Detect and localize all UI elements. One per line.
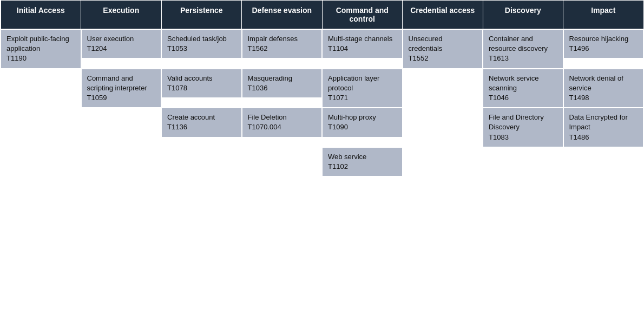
column-header-impact: Impact (563, 1, 644, 30)
cell-initial-access-row0: Exploit public-facing application T1190 (1, 29, 81, 69)
cell-impact-row2: Data Encrypted for Impact T1486 (563, 108, 644, 147)
cell-persistence-row3 (161, 147, 242, 176)
technique-item[interactable]: Data Encrypted for Impact T1486 (564, 108, 643, 147)
technique-item[interactable]: File and Directory Discovery T1083 (483, 108, 563, 147)
technique-item[interactable]: Scheduled task/job T1053 (162, 30, 241, 58)
cell-credential-access-row0: Unsecured credentials T1552 (403, 29, 483, 69)
cell-discovery-row0: Container and resource discovery T1613 (483, 29, 563, 69)
cell-persistence-row0: Scheduled task/job T1053 (161, 29, 242, 69)
cell-command-control-row1: Application layer protocol T1071 (322, 69, 403, 108)
mitre-attack-matrix: Initial AccessExecutionPersistenceDefens… (0, 0, 644, 177)
technique-item[interactable]: Unsecured credentials T1552 (403, 30, 483, 68)
cell-command-control-row0: Multi-stage channels T1104 (322, 29, 403, 69)
cell-defense-evasion-row0: Impair defenses T1562 (242, 29, 323, 69)
technique-item[interactable]: Container and resource discovery T1613 (483, 30, 563, 68)
cell-persistence-row2: Create account T1136 (161, 108, 242, 147)
cell-impact-row0: Resource hijacking T1496 (563, 29, 644, 69)
column-header-initial-access: Initial Access (1, 1, 81, 30)
technique-item[interactable]: Create account T1136 (162, 108, 241, 136)
cell-persistence-row1: Valid accounts T1078 (161, 69, 242, 108)
cell-initial-access-row1 (1, 69, 81, 108)
technique-item[interactable]: Impair defenses T1562 (242, 30, 322, 58)
cell-command-control-row3: Web service T1102 (322, 147, 403, 176)
column-header-defense-evasion: Defense evasion (242, 1, 323, 30)
technique-item[interactable]: Exploit public-facing application T1190 (1, 30, 81, 68)
cell-discovery-row3 (483, 147, 563, 176)
cell-execution-row3 (81, 147, 162, 176)
cell-credential-access-row3 (403, 147, 483, 176)
cell-discovery-row2: File and Directory Discovery T1083 (483, 108, 563, 147)
cell-discovery-row1: Network service scanning T1046 (483, 69, 563, 108)
column-header-discovery: Discovery (483, 1, 563, 30)
column-header-command-control: Command and control (322, 1, 403, 30)
cell-impact-row3 (563, 147, 644, 176)
cell-credential-access-row1 (403, 69, 483, 108)
cell-initial-access-row2 (1, 108, 81, 147)
cell-execution-row1: Command and scripting interpreter T1059 (81, 69, 162, 108)
technique-item[interactable]: File Deletion T1070.004 (242, 108, 322, 136)
cell-command-control-row2: Multi-hop proxy T1090 (322, 108, 403, 147)
cell-impact-row1: Network denial of service T1498 (563, 69, 644, 108)
technique-item[interactable]: Masquerading T1036 (242, 69, 322, 97)
cell-defense-evasion-row2: File Deletion T1070.004 (242, 108, 323, 147)
matrix-row-0: Exploit public-facing application T1190U… (1, 29, 643, 69)
cell-execution-row2 (81, 108, 162, 147)
technique-item[interactable]: Network denial of service T1498 (564, 69, 643, 108)
cell-defense-evasion-row1: Masquerading T1036 (242, 69, 323, 108)
technique-item[interactable]: Command and scripting interpreter T1059 (82, 69, 161, 108)
column-header-execution: Execution (81, 1, 162, 30)
technique-item[interactable]: User execution T1204 (82, 30, 161, 58)
cell-execution-row0: User execution T1204 (81, 29, 162, 69)
technique-item[interactable]: Multi-hop proxy T1090 (323, 108, 402, 136)
column-header-credential-access: Credential access (403, 1, 483, 30)
technique-item[interactable]: Web service T1102 (323, 148, 402, 176)
technique-item[interactable]: Network service scanning T1046 (483, 69, 563, 108)
matrix-row-1: Command and scripting interpreter T1059V… (1, 69, 643, 108)
technique-item[interactable]: Valid accounts T1078 (162, 69, 241, 97)
cell-initial-access-row3 (1, 147, 81, 176)
technique-item[interactable]: Application layer protocol T1071 (323, 69, 402, 108)
cell-defense-evasion-row3 (242, 147, 323, 176)
matrix-row-3: Web service T1102 (1, 147, 643, 176)
cell-credential-access-row2 (403, 108, 483, 147)
matrix-row-2: Create account T1136File Deletion T1070.… (1, 108, 643, 147)
column-header-persistence: Persistence (161, 1, 242, 30)
technique-item[interactable]: Resource hijacking T1496 (564, 30, 643, 58)
technique-item[interactable]: Multi-stage channels T1104 (323, 30, 402, 58)
